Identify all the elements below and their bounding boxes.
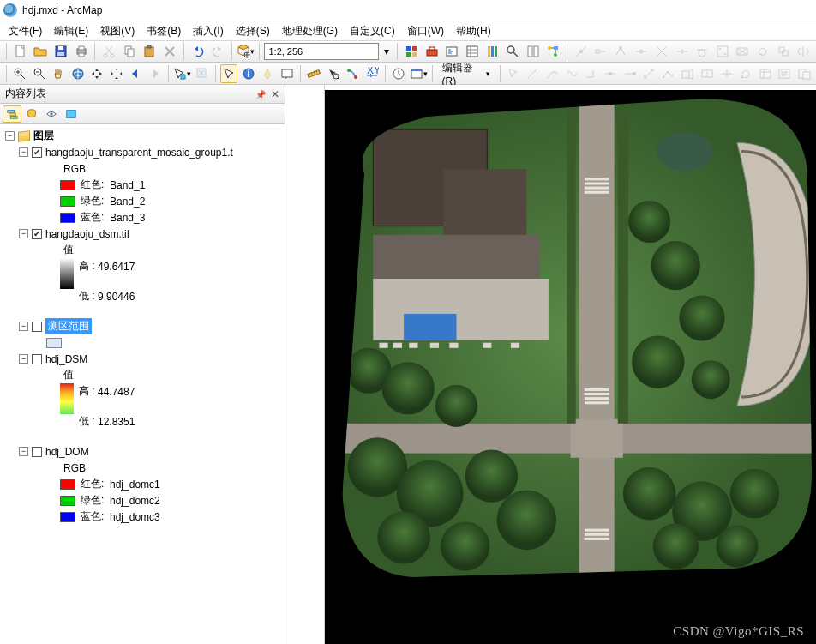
- sketch-props-icon[interactable]: [776, 64, 794, 83]
- snap-end-icon[interactable]: [592, 42, 611, 61]
- toc-layer[interactable]: − hdj_DSM: [2, 351, 283, 367]
- georef-shift-icon[interactable]: [774, 42, 793, 61]
- model-builder-icon[interactable]: [543, 42, 562, 61]
- snap-tangent-icon[interactable]: [693, 42, 711, 61]
- time-slider-icon[interactable]: [390, 64, 408, 83]
- georef-rotate-icon[interactable]: [753, 42, 772, 61]
- edit-arc-icon[interactable]: [543, 64, 561, 83]
- add-data-icon[interactable]: ▾: [237, 42, 255, 61]
- open-icon[interactable]: [32, 42, 51, 61]
- edit-trace-icon[interactable]: [563, 64, 581, 83]
- toc-tab-source[interactable]: [22, 105, 41, 123]
- zoom-out-icon[interactable]: [30, 64, 48, 83]
- full-extent-icon[interactable]: [69, 64, 87, 83]
- edit-split-icon[interactable]: [717, 64, 735, 83]
- pin-icon[interactable]: 📌: [255, 90, 266, 99]
- menu-edit[interactable]: 编辑(E): [49, 22, 93, 40]
- toc-tab-drawing-order[interactable]: [3, 105, 21, 123]
- snap-intersect-icon[interactable]: [652, 42, 671, 61]
- table-of-contents-icon[interactable]: [463, 42, 482, 61]
- delete-icon[interactable]: [160, 42, 179, 61]
- expand-icon[interactable]: −: [19, 354, 28, 364]
- toc-layer[interactable]: − hdj_DOM: [2, 443, 283, 460]
- fixed-zoom-in-icon[interactable]: [88, 64, 106, 83]
- toc-root[interactable]: − 图层: [2, 128, 283, 144]
- georef-icon[interactable]: [713, 42, 732, 61]
- edit-endpoint-icon[interactable]: [621, 64, 639, 83]
- copy-icon[interactable]: [120, 42, 139, 61]
- edit-rightangle-icon[interactable]: [582, 64, 600, 83]
- menu-insert[interactable]: 插入(I): [188, 22, 228, 40]
- snap-edge-icon[interactable]: [633, 42, 651, 61]
- menu-customize[interactable]: 自定义(C): [345, 22, 400, 40]
- scale-input[interactable]: [264, 43, 379, 60]
- menu-file[interactable]: 文件(F): [3, 22, 47, 40]
- menu-help[interactable]: 帮助(H): [451, 22, 496, 40]
- layer-checkbox[interactable]: [32, 147, 42, 158]
- toc-tab-selection[interactable]: [62, 105, 81, 123]
- expand-icon[interactable]: −: [19, 447, 28, 456]
- redo-icon[interactable]: [208, 42, 227, 61]
- georef-flip-icon[interactable]: [794, 42, 813, 61]
- catalog-icon[interactable]: [483, 42, 502, 61]
- edit-reshape-icon[interactable]: [679, 64, 697, 83]
- snap-mid-icon[interactable]: [673, 42, 692, 61]
- expand-icon[interactable]: −: [19, 229, 28, 238]
- toolbox-icon[interactable]: [423, 42, 441, 61]
- edit-midpoint-icon[interactable]: [602, 64, 620, 83]
- fixed-zoom-out-icon[interactable]: [108, 64, 126, 83]
- save-icon[interactable]: [51, 42, 70, 61]
- print-icon[interactable]: [72, 42, 91, 61]
- scale-dropdown-icon[interactable]: ▾: [381, 42, 393, 61]
- select-elements-icon[interactable]: [220, 64, 238, 83]
- clear-selection-icon[interactable]: [193, 64, 211, 83]
- snap-point-icon[interactable]: [572, 42, 591, 61]
- find-icon[interactable]: [325, 64, 343, 83]
- zoom-in-icon[interactable]: [11, 64, 29, 83]
- expand-icon[interactable]: −: [19, 322, 28, 331]
- edit-vertex-icon[interactable]: [660, 64, 678, 83]
- create-features-icon[interactable]: [795, 64, 813, 83]
- layer-checkbox[interactable]: [32, 354, 42, 364]
- layer-checkbox[interactable]: [32, 322, 42, 332]
- pan-icon[interactable]: [50, 64, 68, 83]
- paste-icon[interactable]: [141, 42, 159, 61]
- undo-icon[interactable]: [189, 42, 207, 61]
- hyperlink-icon[interactable]: [259, 64, 277, 83]
- editor-toolbar-icon[interactable]: [402, 42, 421, 61]
- prev-extent-icon[interactable]: [127, 64, 145, 83]
- toc-layer[interactable]: − hangdaoju_dsm.tif: [2, 226, 283, 242]
- go-to-xy-icon[interactable]: XY: [363, 64, 381, 83]
- identify-icon[interactable]: i: [239, 64, 257, 83]
- map-canvas[interactable]: [325, 90, 816, 644]
- map-view[interactable]: [285, 85, 816, 644]
- measure-icon[interactable]: [305, 64, 323, 83]
- edit-tool-icon[interactable]: [505, 64, 523, 83]
- expand-icon[interactable]: −: [19, 147, 28, 157]
- close-icon[interactable]: ✕: [271, 88, 279, 100]
- python-icon[interactable]: [442, 42, 461, 61]
- cut-icon[interactable]: [99, 42, 118, 61]
- menu-select[interactable]: 选择(S): [231, 22, 275, 40]
- next-extent-icon[interactable]: [147, 64, 165, 83]
- editor-dropdown[interactable]: 编辑器(R)▾: [437, 64, 496, 83]
- expand-icon[interactable]: −: [5, 131, 15, 141]
- new-icon[interactable]: [11, 42, 30, 61]
- menu-bookmark[interactable]: 书签(B): [141, 22, 186, 40]
- edit-distance-icon[interactable]: [640, 64, 658, 83]
- select-features-icon[interactable]: ▾: [173, 64, 191, 83]
- edit-line-icon[interactable]: [525, 64, 543, 83]
- toc-layer[interactable]: − 测区范围: [2, 318, 283, 334]
- edit-rotate-icon[interactable]: [737, 64, 755, 83]
- georef-fit-icon[interactable]: [734, 42, 753, 61]
- find-route-icon[interactable]: [344, 64, 362, 83]
- html-popup-icon[interactable]: [279, 64, 297, 83]
- menu-geoprocess[interactable]: 地理处理(G): [277, 22, 343, 40]
- layer-checkbox[interactable]: [32, 229, 42, 239]
- layer-checkbox[interactable]: [32, 447, 42, 457]
- snap-vertex-icon[interactable]: [612, 42, 631, 61]
- menu-window[interactable]: 窗口(W): [402, 22, 449, 40]
- menu-view[interactable]: 视图(V): [95, 22, 140, 40]
- toc-tab-visibility[interactable]: [42, 105, 61, 123]
- search-icon[interactable]: [503, 42, 522, 61]
